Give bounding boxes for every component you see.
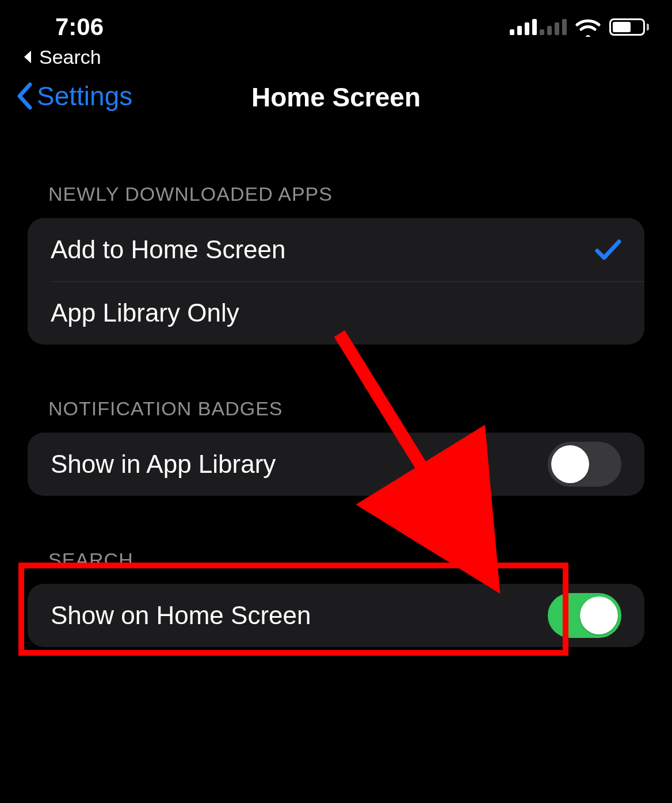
section-header: NOTIFICATION BADGES xyxy=(28,397,644,433)
battery-icon xyxy=(609,18,649,36)
chevron-left-icon xyxy=(16,82,33,110)
row-show-in-app-library: Show in App Library xyxy=(28,433,644,496)
nav-back-button[interactable]: Settings xyxy=(16,81,132,112)
settings-group: Add to Home Screen App Library Only xyxy=(28,218,644,345)
row-show-on-home-screen: Show on Home Screen xyxy=(28,584,644,647)
nav-header: Settings Home Screen xyxy=(0,69,672,138)
settings-group: Show in App Library xyxy=(28,433,644,496)
section-search: SEARCH Show on Home Screen xyxy=(0,549,672,647)
option-app-library-only[interactable]: App Library Only xyxy=(28,281,644,345)
page-title: Home Screen xyxy=(251,82,421,113)
wifi-icon xyxy=(575,17,601,37)
triangle-left-icon xyxy=(23,49,33,64)
option-label: Add to Home Screen xyxy=(51,235,285,264)
row-label: Show in App Library xyxy=(51,450,276,479)
section-notification-badges: NOTIFICATION BADGES Show in App Library xyxy=(0,397,672,496)
breadcrumb-label: Search xyxy=(39,46,101,68)
toggle-show-in-app-library[interactable] xyxy=(548,442,621,487)
option-label: App Library Only xyxy=(51,299,239,327)
toggle-knob xyxy=(551,445,589,483)
status-bar: 7:06 xyxy=(0,0,672,41)
section-header: NEWLY DOWNLOADED APPS xyxy=(28,183,644,218)
settings-group: Show on Home Screen xyxy=(28,584,644,647)
toggle-knob xyxy=(580,596,618,634)
cellular-icon xyxy=(510,19,567,35)
status-indicators xyxy=(510,17,649,37)
toggle-show-on-home-screen[interactable] xyxy=(548,593,621,638)
breadcrumb-back[interactable]: Search xyxy=(0,41,672,69)
section-newly-downloaded: NEWLY DOWNLOADED APPS Add to Home Screen… xyxy=(0,183,672,345)
nav-back-label: Settings xyxy=(37,81,132,112)
status-time: 7:06 xyxy=(55,13,104,41)
checkmark-icon xyxy=(595,238,621,261)
option-add-to-home-screen[interactable]: Add to Home Screen xyxy=(28,218,644,281)
section-header: SEARCH xyxy=(28,549,644,584)
row-label: Show on Home Screen xyxy=(51,601,311,630)
settings-home-screen-page: 7:06 Search xyxy=(0,0,672,803)
